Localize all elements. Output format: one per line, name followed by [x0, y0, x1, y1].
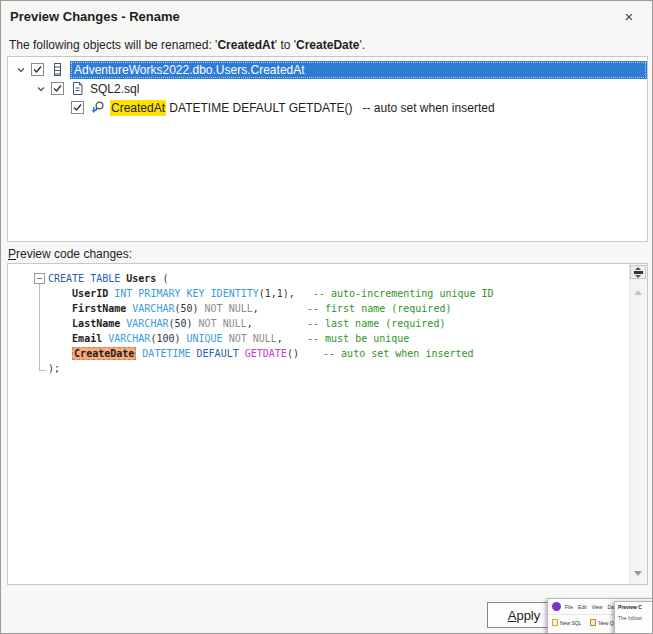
check-icon [72, 102, 83, 113]
chevron-down-icon[interactable] [15, 64, 27, 76]
mini-toolbar-item: New Qu [590, 619, 616, 626]
mini-dialog-text: The followi [618, 615, 653, 621]
renamed-objects-tree[interactable]: AdventureWorks2022.dbo.Users.CreatedAt S… [7, 56, 648, 242]
tree-label-file[interactable]: SQL2.sql [90, 82, 139, 96]
tree-label-object[interactable]: AdventureWorks2022.dbo.Users.CreatedAt [70, 61, 647, 79]
preview-changes-dialog: Preview Changes - Rename × The following… [0, 0, 653, 634]
new-query-icon [590, 619, 596, 626]
mini-menu-items: FileEditViewDatab [565, 604, 621, 610]
mini-toolbar-item: New SQL [552, 619, 581, 626]
close-button[interactable]: × [618, 5, 640, 27]
rename-reference-icon [90, 100, 105, 115]
new-query-icon [552, 619, 558, 626]
code-section-label: Preview code changes: [8, 247, 132, 261]
sql-file-icon [70, 81, 85, 96]
indent-spacer [55, 107, 71, 108]
new-object-name: CreateDate [296, 38, 359, 52]
code-lines: CREATE TABLE Users ( UserID INT PRIMARY … [8, 264, 629, 584]
table-column-icon [50, 62, 65, 77]
tree-row-reference[interactable]: CreatedAt DATETIME DEFAULT GETDATE() -- … [8, 98, 647, 117]
check-icon [52, 83, 63, 94]
check-icon [32, 64, 43, 75]
mini-dialog-title: Preview C [618, 604, 653, 610]
tree-row-file[interactable]: SQL2.sql [8, 79, 647, 98]
preview-dialog-thumbnail[interactable]: Preview C The followi [614, 601, 653, 634]
code-preview-editor[interactable]: − CREATE TABLE Users ( UserID INT PRIMAR… [7, 263, 648, 585]
mini-menu-item: File [565, 604, 573, 610]
close-icon: × [625, 8, 634, 25]
chevron-down-icon[interactable] [35, 83, 47, 95]
checkbox-reference[interactable] [71, 101, 84, 114]
dialog-title: Preview Changes - Rename [10, 9, 180, 24]
old-object-name: CreatedAt [217, 38, 274, 52]
mini-menu-item: Edit [578, 604, 587, 610]
splitter-grip-icon[interactable] [630, 265, 646, 279]
mini-menu-item: View [592, 604, 603, 610]
checkbox-object[interactable] [31, 63, 44, 76]
scroll-down-icon[interactable] [634, 571, 642, 576]
rename-summary-text: The following objects will be renamed: '… [9, 38, 365, 52]
tree-label-reference[interactable]: CreatedAt DATETIME DEFAULT GETDATE() -- … [110, 101, 495, 115]
app-logo-icon [552, 602, 561, 611]
tree-row-object[interactable]: AdventureWorks2022.dbo.Users.CreatedAt [8, 60, 647, 79]
scroll-up-icon[interactable] [634, 290, 642, 295]
vertical-scrollbar[interactable] [629, 264, 647, 584]
renamed-token-highlight: CreatedAt [110, 100, 166, 116]
checkbox-file[interactable] [51, 82, 64, 95]
